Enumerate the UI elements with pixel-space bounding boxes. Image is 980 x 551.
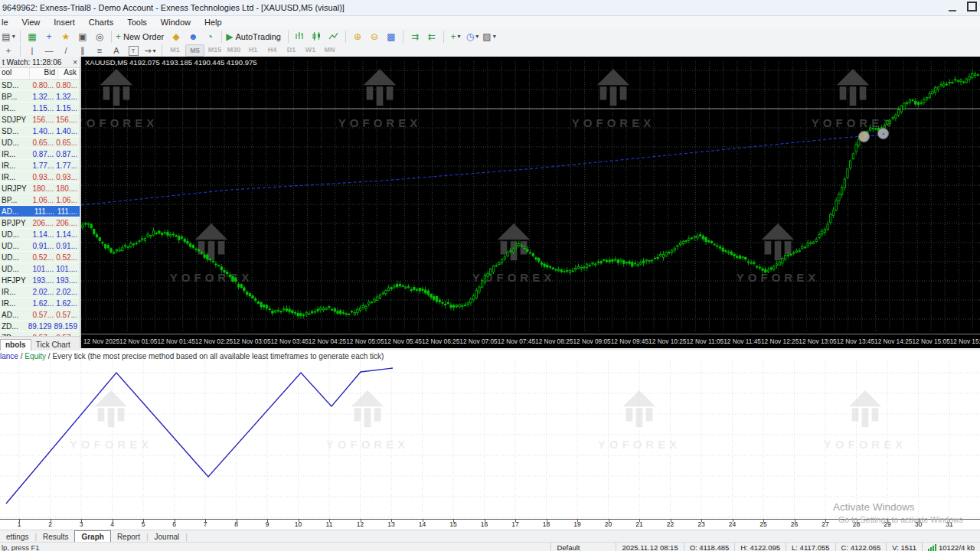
timeframe-m15[interactable]: M15: [206, 44, 224, 55]
favorites-button[interactable]: ★: [58, 30, 74, 44]
cursor-crosshair-button[interactable]: +: [1, 45, 16, 56]
timeframe-m1[interactable]: M1: [166, 44, 184, 55]
bid-cell: 1.77...: [29, 161, 57, 170]
line-chart-button[interactable]: [326, 30, 341, 44]
bid-cell: 89.129: [28, 322, 54, 331]
maximize-button[interactable]: [967, 1, 977, 15]
time-axis[interactable]: 12 Nov 202512 Nov 01:0512 Nov 01:4512 No…: [81, 334, 980, 348]
menu-item-tools[interactable]: Tools: [120, 18, 154, 27]
text-button[interactable]: A: [109, 45, 124, 56]
symbol-cell: BP...: [0, 196, 29, 204]
close-icon[interactable]: ×: [73, 58, 77, 67]
zoom-in-button[interactable]: ⊕: [350, 30, 365, 44]
market-watch-tab-tick-chart[interactable]: Tick Chart: [31, 340, 75, 350]
timeframe-w1[interactable]: W1: [302, 44, 319, 55]
menu-item-help[interactable]: Help: [198, 18, 229, 27]
autoscroll-button[interactable]: ⇉: [407, 30, 423, 44]
shapes-button[interactable]: ⇝▾: [142, 45, 158, 56]
timeframe-h4[interactable]: H4: [263, 44, 281, 55]
timeframe-m5[interactable]: M5: [185, 44, 204, 57]
bid-cell: 180....: [29, 184, 57, 193]
market-watch-row[interactable]: ZD...0.57...0.57...: [0, 332, 80, 336]
fibonacci-button[interactable]: ≡: [92, 45, 107, 56]
autotrading-button[interactable]: ▶ AutoTrading: [226, 30, 284, 44]
market-watch-row[interactable]: SDJPY156....156....: [0, 114, 80, 126]
bar-chart-button[interactable]: [292, 30, 308, 44]
market-watch-row[interactable]: IR...2.02...2.02...: [0, 286, 80, 298]
menu-item-view[interactable]: View: [15, 18, 47, 27]
market-watch-row[interactable]: IR...0.87...0.87...: [0, 148, 80, 160]
market-watch-row[interactable]: BPJPY206....206....: [0, 217, 80, 229]
market-watch-row[interactable]: UD...0.91...0.91...: [0, 240, 80, 252]
candles-chart-button[interactable]: [309, 30, 325, 44]
time-axis-label: 12 Nov 15:45: [950, 337, 980, 345]
tester-tab-graph[interactable]: Graph: [74, 530, 110, 543]
market-watch-row[interactable]: IR...0.93...0.93...: [0, 171, 80, 183]
time-axis-label: 12 Nov 10:25: [648, 337, 686, 345]
market-watch-row[interactable]: UD...0.52...0.52...: [0, 252, 80, 263]
search-button[interactable]: ◎: [92, 30, 107, 44]
new-chart-button[interactable]: ▦: [24, 30, 40, 44]
ask-cell: 0.93...: [56, 173, 80, 181]
menu-item-window[interactable]: Window: [154, 18, 198, 27]
timeframe-d1[interactable]: D1: [283, 44, 300, 55]
menu-item-charts[interactable]: Charts: [82, 18, 120, 27]
price-chart[interactable]: YOFOREXYOFOREXYOFOREXYOFOREXYOFOREXYOFOR…: [81, 57, 980, 348]
tester-tab-journal[interactable]: Journal: [149, 531, 186, 543]
market-watch-row[interactable]: IR...1.62...1.62...: [0, 298, 80, 309]
new-order-button[interactable]: + New Order: [116, 30, 167, 44]
candles-chart-icon: [312, 31, 322, 41]
menu-item-le[interactable]: le: [0, 18, 15, 27]
column-symbol[interactable]: ool: [0, 68, 30, 79]
minimize-button[interactable]: [949, 1, 956, 15]
market-watch-row[interactable]: UD...0.65...0.65...: [0, 137, 80, 148]
market-watch-row[interactable]: IR...1.77...1.77...: [0, 160, 80, 171]
crosshair-button[interactable]: +: [41, 30, 57, 44]
market-watch-row[interactable]: UD...101....101....: [0, 263, 80, 275]
status-profile[interactable]: Default: [550, 543, 616, 551]
channel-button[interactable]: ∥: [75, 45, 90, 56]
menu-item-insert[interactable]: Insert: [47, 18, 82, 27]
timeframe-h1[interactable]: H1: [244, 44, 262, 55]
tester-tab-report[interactable]: Report: [111, 531, 146, 543]
trendline-button[interactable]: /: [58, 45, 74, 56]
tester-tab-ettings[interactable]: ettings: [0, 531, 34, 543]
market-watch-row[interactable]: URJPY180....180....: [0, 183, 80, 194]
market-watch-row[interactable]: BP...1.06...1.06...: [0, 194, 80, 206]
chart-ohlc-header: XAUUSD,M5 4192.075 4193.185 4190.445 419…: [85, 58, 256, 67]
market-watch-row[interactable]: BP...1.32...1.32...: [0, 91, 80, 103]
news-button[interactable]: ◔: [202, 30, 217, 44]
market-watch-row[interactable]: AD...111....111....: [0, 206, 80, 217]
tile-windows-button[interactable]: ▩: [384, 30, 399, 44]
market-watch-row[interactable]: AD...0.57...0.57...: [0, 309, 80, 321]
chart-shift-button[interactable]: ⇇: [424, 30, 439, 44]
toolbar-separator: [403, 31, 403, 43]
bid-cell: 0.91...: [29, 242, 57, 250]
market-watch-row[interactable]: HFJPY193....193....: [0, 275, 80, 286]
market-watch-tab-nbols[interactable]: nbols: [0, 339, 31, 350]
indicators-button[interactable]: +▾: [448, 30, 463, 44]
market-watch-row[interactable]: SD...0.80...0.80...: [0, 80, 80, 91]
market-watch-row[interactable]: UD...1.14...1.14...: [0, 229, 80, 240]
column-ask[interactable]: Ask: [58, 68, 80, 79]
timeframe-mn[interactable]: MN: [321, 44, 338, 55]
market-watch-row[interactable]: ZD...89.12989.159: [0, 321, 80, 332]
window-layout-button[interactable]: ▣: [75, 30, 90, 44]
timeframe-m30[interactable]: M30: [225, 44, 243, 55]
horizontal-line-button[interactable]: —: [41, 45, 57, 56]
tester-tab-results[interactable]: Results: [37, 531, 74, 543]
market-watch-row[interactable]: SD...1.40...1.40...: [0, 126, 80, 137]
styler-button[interactable]: ◆: [168, 30, 184, 44]
profile-button[interactable]: ☻: [185, 30, 201, 44]
trade-buy-marker[interactable]: ◤: [858, 131, 870, 142]
text-label-button[interactable]: T: [126, 45, 141, 56]
zoom-out-button[interactable]: ⊖: [367, 30, 382, 44]
column-bid[interactable]: Bid: [30, 68, 58, 79]
periods-button[interactable]: ◷▾: [465, 30, 480, 44]
chevron-down-icon: ▾: [475, 33, 479, 40]
templates-button[interactable]: ▨▾: [482, 30, 497, 44]
trade-close-marker[interactable]: ●: [877, 128, 889, 139]
market-watch-row[interactable]: IR...1.15...1.15...: [0, 103, 80, 114]
vertical-line-button[interactable]: |: [24, 45, 40, 56]
print-button[interactable]: ▤▾: [1, 30, 16, 44]
